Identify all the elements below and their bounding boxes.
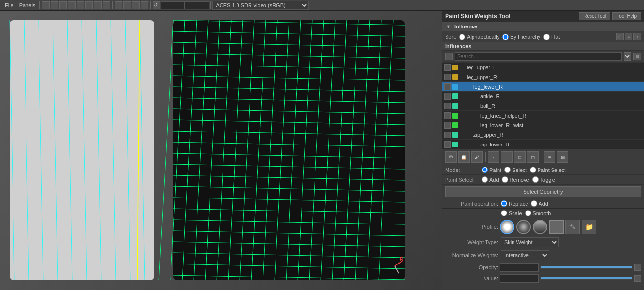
weight-type-select[interactable]: Skin Weight [501,237,559,247]
ps-toggle-radio[interactable] [532,176,539,183]
value-slider-end[interactable] [634,275,641,282]
icon-transform4[interactable] [68,1,76,9]
icon-transform8[interactable] [103,1,110,9]
ps-remove-option[interactable]: Remove [502,176,529,183]
op-add-radio[interactable] [531,200,537,207]
viewport-3d[interactable] [0,11,442,290]
ps-add-radio[interactable] [482,176,488,183]
influence-list-item[interactable]: leg_knee_helper_R [442,111,644,120]
paint-operation-row: Paint operation: Replace Add [442,199,644,209]
transform-y-input[interactable]: 1.00 [185,1,209,9]
menu-panels[interactable]: Panels [16,2,39,8]
search-row: ⊟ [442,51,644,63]
influence-section: ▼ Influence Sort: Alphabetically By Hier… [442,22,644,149]
list-view-icon[interactable]: ⊟ [633,53,641,60]
tool-face-btn[interactable]: □ [514,151,526,163]
opacity-slider-track[interactable] [540,266,632,269]
mode-paint-radio[interactable] [482,167,488,173]
sort-icon-1[interactable]: ⊞ [616,33,624,40]
icon-snap1[interactable] [115,1,122,9]
influence-list-item[interactable]: leg_upper_R [442,72,644,82]
tool-grid-btn[interactable]: ⊞ [557,151,568,163]
icon-transform7[interactable] [94,1,102,9]
lock-icon [444,93,451,100]
renderer-select[interactable]: ACES 1.0 SDR-video (sRGB) [212,1,309,10]
divider-2 [112,1,113,9]
influence-list-item[interactable]: ankle_R [442,92,644,101]
transform-x-input[interactable]: 0.00 [161,1,185,9]
search-input[interactable] [455,52,622,61]
icon-transform5[interactable] [77,1,84,9]
influence-list-item[interactable]: leg_lower_R_twist [442,120,644,130]
mode-paint-option[interactable]: Paint [482,167,501,173]
opacity-value[interactable]: 1.0000 [500,263,539,272]
mode-paintselect-radio[interactable] [530,167,536,173]
menu-file[interactable]: File [2,2,16,8]
icon-transform3[interactable] [59,1,67,9]
profile-edit-btn[interactable]: ✎ [565,220,580,234]
profile-btn-2[interactable] [516,220,531,234]
opacity-slider-end[interactable] [634,264,641,271]
mode-select-radio[interactable] [504,167,511,173]
influence-list-item[interactable]: zip_lower_R [442,140,644,149]
sort-byhierarchy-option[interactable]: By Hierarchy [502,34,540,40]
sort-icon-3[interactable]: ↕ [633,33,641,40]
tool-paste-btn[interactable]: 📋 [458,151,470,163]
op-replace-option[interactable]: Replace [501,200,528,207]
tool-vertex-btn[interactable]: · [488,151,499,163]
profile-label: Profile: [445,224,498,230]
mode-select-option[interactable]: Select [504,167,527,173]
influence-list-item[interactable]: ball_R [442,101,644,111]
icon-refresh[interactable]: ↺ [153,1,160,9]
influence-list-item[interactable]: zip_upper_R [442,130,644,140]
icon-snap2[interactable] [123,1,131,9]
sort-flat-radio[interactable] [543,34,550,40]
sort-alphabetically-option[interactable]: Alphabetically [459,34,499,40]
influence-item-name: leg_upper_R [460,74,497,80]
tool-paint-btn[interactable]: 🖌 [471,151,483,163]
mode-paintselect-option[interactable]: Paint Select [530,167,566,173]
op-smooth-option[interactable]: Smooth [525,210,551,216]
icon-snap3[interactable] [132,1,140,9]
op-scale-option[interactable]: Scale [501,210,522,216]
sort-row: Sort: Alphabetically By Hierarchy Flat ⊞… [442,31,644,42]
icon-transform1[interactable] [42,1,50,9]
icon-snap4[interactable] [141,1,148,9]
ps-remove-radio[interactable] [502,176,508,183]
sort-byhierarchy-radio[interactable] [502,34,509,40]
icon-transform2[interactable] [51,1,58,9]
icon-transform6[interactable] [85,1,93,9]
value-input[interactable]: 1.0000 [500,274,539,283]
profile-btn-1[interactable] [500,220,514,234]
tool-copy-btn[interactable]: ⧉ [445,151,457,163]
normalize-select[interactable]: Interactive [501,250,549,260]
profile-btn-square[interactable] [549,220,564,234]
tool-list-btn[interactable]: ≡ [544,151,555,163]
ps-add-option[interactable]: Add [482,176,499,183]
tool-help-button[interactable]: Tool Help [612,12,641,20]
search-filter-icon[interactable] [445,53,453,60]
op-smooth-radio[interactable] [525,210,531,216]
sort-flat-option[interactable]: Flat [543,34,560,40]
ps-toggle-option[interactable]: Toggle [532,176,555,183]
influence-item-name: leg_knee_helper_R [460,113,526,119]
sort-icon-2[interactable]: ≡ [625,33,632,40]
influence-list-item[interactable]: leg_upper_L [442,63,644,72]
sort-flat-label: Flat [551,34,560,40]
value-slider-track[interactable] [540,277,632,280]
lock-icon [444,64,451,71]
op-scale-radio[interactable] [501,210,507,216]
search-dropdown[interactable] [624,52,631,61]
influence-list-item[interactable]: leg_lower_R [442,82,644,92]
op-add-option[interactable]: Add [531,200,548,207]
sort-alphabetically-radio[interactable] [459,34,465,40]
tool-obj-btn[interactable]: ◻ [527,151,539,163]
influence-section-header[interactable]: ▼ Influence [442,22,644,31]
select-geometry-button[interactable]: Select Geometry [445,186,641,197]
tool-edge-btn[interactable]: — [501,151,513,163]
reset-tool-button[interactable]: Reset Tool [579,12,610,20]
op-replace-radio[interactable] [501,200,507,207]
profile-folder-btn[interactable]: 📁 [582,220,596,234]
paint-select-label: Paint Select: [445,177,479,183]
profile-btn-3[interactable] [533,220,547,234]
